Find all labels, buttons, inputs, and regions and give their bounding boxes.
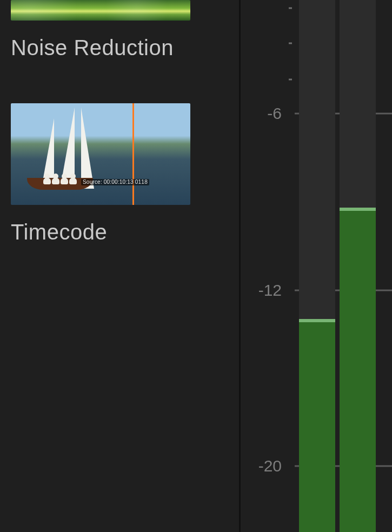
meter-scale-label: -6: [267, 104, 282, 123]
meter-scale-label: -12: [258, 281, 282, 300]
meter-scale-label: -20: [258, 457, 282, 475]
effect-thumbnail-noise-reduction[interactable]: [11, 0, 190, 21]
meter-peak: [299, 319, 335, 322]
meter-tick-minor: [289, 78, 292, 80]
timecode-overlay-text: Source: 00:00:10:13 0118: [81, 179, 149, 186]
meter-scale: -6 -12 -20: [241, 0, 285, 532]
effect-label: Noise Reduction: [11, 36, 228, 60]
meter-peak: [340, 208, 376, 211]
meter-channel-right: [340, 0, 376, 532]
meter-bars: [299, 0, 376, 532]
audio-meter-panel: -6 -12 -20: [241, 0, 392, 532]
effect-label: Timecode: [11, 220, 228, 244]
meter-level: [299, 319, 335, 532]
audio-meter: -6 -12 -20: [241, 0, 392, 532]
effects-browser: Noise Reduction Source: 00:00:10:13 0118…: [0, 0, 239, 532]
meter-level: [340, 208, 376, 532]
meter-channel-left: [299, 0, 335, 532]
effect-thumbnail-timecode[interactable]: Source: 00:00:10:13 0118: [11, 103, 190, 205]
meter-tick-minor: [289, 42, 292, 44]
meter-tick-minor: [289, 7, 292, 9]
split-line: [132, 103, 134, 205]
